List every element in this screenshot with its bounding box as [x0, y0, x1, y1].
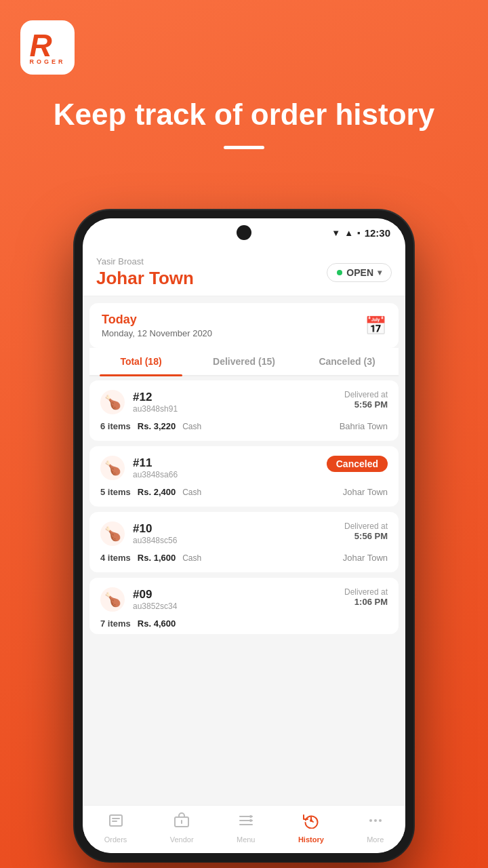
order-bottom: 7 items Rs. 4,600 — [100, 618, 388, 629]
hero-divider — [224, 146, 264, 149]
open-text: OPEN — [346, 267, 373, 278]
order-left: 🍗 #10 au3848sc56 — [100, 521, 177, 546]
signal-icon: ▲ — [344, 228, 353, 238]
phone-frame: ▼ ▲ ▪ 12:30 Yasir Broast Johar Town OPEN… — [75, 210, 413, 861]
status-icons: ▼ ▲ ▪ 12:30 — [331, 227, 390, 239]
delivered-at-label: Delivered at — [344, 521, 388, 531]
order-payment: Cash — [182, 488, 201, 497]
camera-notch — [237, 225, 251, 240]
canceled-badge: Canceled — [327, 456, 388, 472]
order-card[interactable]: 🍗 #12 au3848sh91 Delivered at 5:56 PM 6 … — [89, 380, 399, 441]
delivered-time: 5:56 PM — [344, 399, 388, 410]
store-header: Yasir Broast Johar Town OPEN ▾ — [83, 247, 405, 296]
menu-icon — [238, 812, 254, 833]
status-time: 12:30 — [365, 227, 390, 239]
delivered-badge: Delivered at 1:06 PM — [344, 587, 388, 607]
date-info: Today Monday, 12 November 2020 — [102, 313, 212, 338]
brand-icon: 🍗 — [100, 587, 125, 612]
order-card[interactable]: 🍗 #09 au3852sc34 Delivered at 1:06 PM 7 … — [89, 578, 399, 634]
chevron-down-icon: ▾ — [378, 268, 382, 277]
delivered-at-label: Delivered at — [344, 587, 388, 597]
order-bottom: 6 items Rs. 3,220 Cash Bahria Town — [100, 421, 388, 431]
order-top: 🍗 #12 au3848sh91 Delivered at 5:56 PM — [100, 390, 388, 414]
order-id-block: #12 au3848sh91 — [133, 391, 178, 414]
order-id-block: #09 au3852sc34 — [133, 588, 177, 611]
phone-screen: ▼ ▲ ▪ 12:30 Yasir Broast Johar Town OPEN… — [83, 218, 405, 853]
order-meta: 5 items Rs. 2,400 Cash — [100, 487, 201, 497]
order-card[interactable]: 🍗 #10 au3848sc56 Delivered at 5:56 PM 4 … — [89, 512, 399, 572]
nav-item-vendor[interactable]: Vendor — [170, 812, 194, 844]
history-icon — [303, 812, 319, 833]
order-left: 🍗 #12 au3848sh91 — [100, 390, 178, 414]
nav-item-menu[interactable]: Menu — [237, 812, 256, 844]
wifi-icon: ▼ — [331, 228, 340, 238]
tabs-bar: Total (18) Delivered (15) Canceled (3) — [89, 348, 399, 376]
order-location: Johar Town — [343, 553, 388, 563]
order-card[interactable]: 🍗 #11 au3848sa66 Canceled 5 items Rs. 2,… — [89, 446, 399, 507]
delivered-time: 1:06 PM — [344, 597, 388, 607]
svg-point-9 — [374, 819, 377, 822]
order-meta: 4 items Rs. 1,600 Cash — [100, 553, 201, 563]
order-payment: Cash — [182, 422, 201, 431]
nav-label-vendor: Vendor — [170, 835, 194, 844]
logo-r: R — [29, 30, 65, 61]
svg-point-6 — [250, 820, 251, 821]
nav-item-orders[interactable]: Orders — [104, 812, 127, 844]
order-left: 🍗 #09 au3852sc34 — [100, 587, 177, 612]
nav-item-history[interactable]: History — [298, 812, 324, 844]
svg-point-10 — [379, 819, 382, 822]
nav-label-menu: Menu — [237, 835, 256, 844]
nav-label-orders: Orders — [104, 835, 127, 844]
order-left: 🍗 #11 au3848sa66 — [100, 456, 178, 480]
app-logo: R ROGER — [20, 20, 75, 75]
delivered-at-label: Delivered at — [344, 390, 388, 399]
nav-label-history: History — [298, 835, 324, 844]
order-price: Rs. 2,400 — [138, 487, 176, 497]
nav-item-more[interactable]: More — [367, 812, 384, 844]
status-bar: ▼ ▲ ▪ 12:30 — [83, 218, 405, 247]
calendar-icon[interactable]: 📅 — [365, 315, 386, 336]
order-number: #11 — [133, 456, 178, 470]
order-code: au3848sa66 — [133, 470, 178, 479]
date-label: Today — [102, 313, 212, 327]
orders-icon — [108, 812, 124, 833]
store-name-block: Yasir Broast Johar Town — [96, 256, 194, 289]
order-payment: Cash — [182, 553, 201, 563]
order-code: au3852sc34 — [133, 601, 177, 611]
order-number: #10 — [133, 522, 177, 536]
nav-label-more: More — [367, 835, 384, 844]
date-full: Monday, 12 November 2020 — [102, 328, 212, 338]
brand-icon: 🍗 — [100, 456, 125, 480]
tab-delivered[interactable]: Delivered (15) — [192, 348, 296, 375]
order-items: 5 items — [100, 487, 131, 497]
order-bottom: 5 items Rs. 2,400 Cash Johar Town — [100, 487, 388, 497]
delivered-badge: Delivered at 5:56 PM — [344, 521, 388, 541]
hero-title: Keep track of order history — [20, 95, 468, 134]
more-icon — [367, 812, 384, 833]
open-badge[interactable]: OPEN ▾ — [327, 263, 392, 282]
order-top: 🍗 #09 au3852sc34 Delivered at 1:06 PM — [100, 587, 388, 612]
app-header: R ROGER Keep track of order history — [0, 0, 488, 149]
svg-point-5 — [250, 816, 251, 817]
delivered-time: 5:56 PM — [344, 531, 388, 541]
tab-total[interactable]: Total (18) — [89, 348, 192, 375]
orders-list: 🍗 #12 au3848sh91 Delivered at 5:56 PM 6 … — [83, 376, 405, 805]
order-meta: 7 items Rs. 4,600 — [100, 618, 176, 629]
order-location: Bahria Town — [340, 421, 388, 431]
order-price: Rs. 3,220 — [138, 421, 176, 431]
order-location: Johar Town — [343, 487, 388, 497]
open-status-dot — [337, 270, 342, 275]
order-items: 6 items — [100, 421, 131, 431]
order-number: #09 — [133, 588, 177, 601]
order-meta: 6 items Rs. 3,220 Cash — [100, 421, 201, 431]
order-items: 4 items — [100, 553, 131, 563]
order-price: Rs. 4,600 — [138, 618, 176, 629]
tab-canceled[interactable]: Canceled (3) — [296, 348, 399, 375]
order-top: 🍗 #11 au3848sa66 Canceled — [100, 456, 388, 480]
order-id-block: #10 au3848sc56 — [133, 522, 177, 545]
order-code: au3848sc56 — [133, 536, 177, 545]
date-block: Today Monday, 12 November 2020 📅 — [89, 303, 399, 348]
order-items: 7 items — [100, 618, 131, 629]
battery-icon: ▪ — [357, 228, 361, 238]
svg-point-8 — [369, 819, 372, 822]
